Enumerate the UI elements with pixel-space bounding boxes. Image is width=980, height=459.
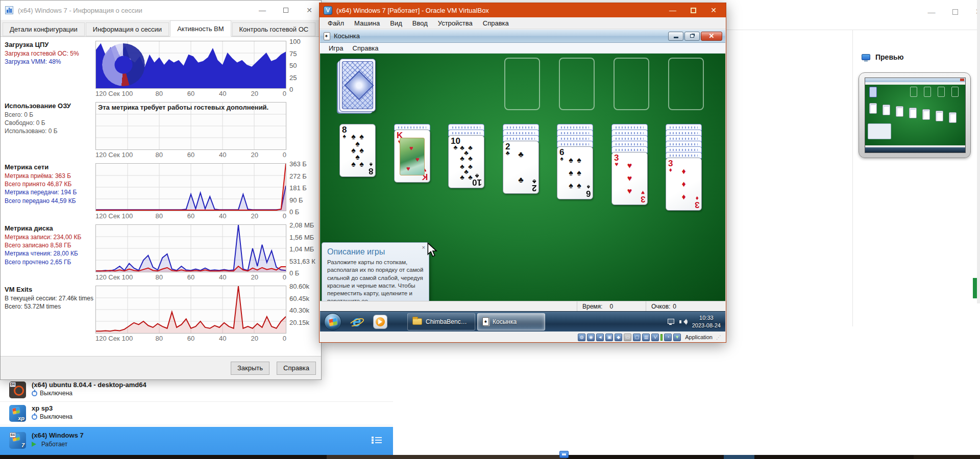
solitaire-menu-Игра[interactable]: Игра	[324, 44, 348, 52]
card-10♣[interactable]: 10♣10♣♣♣♣♣♣♣♣♣♣♣	[448, 135, 484, 188]
manager-maximize-button[interactable]	[947, 4, 963, 19]
host-taskbar-icon[interactable]	[559, 451, 569, 458]
vm-list-item-2[interactable]: xpxp sp3Выключена	[0, 403, 393, 424]
metric-row-cpu: Загрузка ЦПУЗагрузка гостевой ОС: 5%Загр…	[1, 41, 321, 98]
scrollbar-strip[interactable]	[977, 0, 980, 303]
internet-explorer-icon[interactable]: e	[348, 313, 366, 330]
close-dialog-button[interactable]: Закрыть	[231, 362, 270, 375]
chart-box-cpu	[95, 41, 286, 89]
chart-x-axis: 120 Сек100806040200	[95, 211, 286, 220]
keyboard-status-icon[interactable]: ▼	[673, 334, 681, 341]
score-cell: Очков: 0	[646, 301, 725, 311]
vm-menu-Ввод[interactable]: Ввод	[407, 19, 433, 27]
session-minimize-button[interactable]: —	[251, 1, 274, 20]
solitaire-restore-button[interactable]	[684, 32, 700, 41]
volume-tray-icon[interactable]	[679, 319, 688, 325]
card-2♣[interactable]: 2♣2♣♣♣	[503, 141, 539, 194]
vm-menu-Устройства[interactable]: Устройства	[433, 19, 478, 27]
card-6♠[interactable]: 6♠6♠♠♠♠♠♠♠	[557, 146, 593, 199]
vm-minimize-button[interactable]: —	[663, 3, 683, 17]
vm-status: Работает	[32, 441, 67, 448]
foundation-slot-4[interactable]	[668, 58, 704, 110]
card-K♥[interactable]: K♥K♥♥♥♥	[394, 130, 430, 183]
session-titlebar[interactable]: (x64) Windows 7 - Информация о сессии — …	[1, 1, 321, 20]
time-cell: Время: 0	[577, 301, 646, 311]
screen: — ✕ Превью 64(x64) ubuntu 8.04.4 - deskt…	[0, 0, 980, 459]
vm-window-title: (x64) Windows 7 [Работает] - Oracle VM V…	[336, 7, 489, 14]
shared-folders-status-icon[interactable]: ▭	[624, 334, 631, 341]
metric-labels-disk: Метрика дискаМетрика записи: 234,00 КБВс…	[1, 224, 95, 282]
tab-1[interactable]: Детали конфигурации	[3, 22, 85, 36]
stock-pile[interactable]	[339, 59, 376, 112]
mouse-cursor	[427, 242, 438, 258]
help-button[interactable]: Справка	[277, 362, 316, 375]
usb-status-icon[interactable]: ◆	[615, 334, 622, 341]
session-state-status-icon[interactable]: ◔	[664, 334, 672, 341]
vm-list-separator	[0, 401, 393, 402]
virtualization-activity-bar	[660, 334, 663, 341]
tooltip-close-icon[interactable]: ×	[422, 244, 425, 250]
network-status-icon[interactable]: ▣	[605, 334, 613, 341]
vm-list: 64(x64) ubuntu 8.04.4 - desktop-amd64Вык…	[0, 380, 393, 455]
session-window-controls: — ✕	[251, 1, 321, 20]
hdd-status-icon[interactable]: ◍	[578, 334, 585, 341]
vm-name: xp sp3	[32, 404, 53, 412]
chart-box-net	[95, 163, 286, 211]
vm-menu-Машина[interactable]: Машина	[349, 19, 385, 27]
y-tick: 2,08 МБ	[289, 221, 314, 229]
virtualization-status-icon[interactable]: V	[651, 334, 659, 341]
foundation-slot-1[interactable]	[504, 58, 540, 110]
tab-3[interactable]: Активность ВМ	[170, 20, 231, 37]
badge-64: 64	[10, 432, 16, 438]
foundation-slot-2[interactable]	[559, 58, 595, 110]
taskbar-clock[interactable]: 10:33 2023-08-24	[692, 314, 721, 329]
vm-list-item-3[interactable]: 764(x64) Windows 7Работает	[0, 427, 393, 455]
tab-4[interactable]: Контроль гостевой ОС	[232, 22, 316, 36]
solitaire-menu-Справка[interactable]: Справка	[348, 44, 383, 52]
manager-minimize-button[interactable]: —	[924, 4, 939, 19]
taskbar-buttons: ChimbaBench_v2…Косынка	[406, 313, 546, 330]
recording-status-icon[interactable]: ▥	[642, 334, 650, 341]
audio-status-icon[interactable]: ◄	[596, 334, 604, 341]
vm-close-button[interactable]: ✕	[703, 3, 724, 17]
foundation-slot-3[interactable]	[614, 58, 649, 110]
preview-section-header[interactable]: Превью	[862, 53, 904, 61]
solitaire-close-button[interactable]: ✕	[701, 32, 722, 41]
vm-menu-Вид[interactable]: Вид	[385, 19, 407, 27]
start-button[interactable]	[324, 313, 341, 330]
vm-details-icon[interactable]	[372, 436, 382, 445]
vm-menu-Файл[interactable]: Файл	[323, 19, 349, 27]
solitaire-minimize-button[interactable]	[668, 32, 683, 41]
tab-2[interactable]: Информация о сессии	[86, 22, 169, 36]
vm-status-text: Работает	[41, 441, 67, 448]
session-close-button[interactable]: ✕	[298, 1, 321, 20]
taskbar-button-ChimbaBench_v2…[interactable]: ChimbaBench_v2…	[407, 313, 475, 330]
network-tray-icon[interactable]	[668, 319, 675, 325]
chart-overlay-message: Эта метрика требует работы гостевых допо…	[98, 104, 268, 111]
vm-list-separator	[0, 425, 393, 425]
taskbar-button-Косынка[interactable]: Косынка	[477, 313, 545, 330]
vm-titlebar[interactable]: V (x64) Windows 7 [Работает] - Oracle VM…	[320, 3, 726, 17]
vm-maximize-button[interactable]	[683, 3, 703, 17]
preview-card	[869, 103, 877, 114]
card-3♦[interactable]: 3♦3♦♦♦♦	[666, 158, 702, 211]
pip: ♣	[468, 173, 473, 181]
media-player-icon[interactable]	[371, 313, 389, 330]
vm-preview-screen	[865, 78, 966, 153]
display-status-icon[interactable]: ▢	[633, 334, 641, 341]
vm-os-icon-ubuntu: 64	[9, 381, 26, 398]
solitaire-titlebar[interactable]: Косынка ✕	[320, 30, 725, 43]
vm-list-item-1[interactable]: 64(x64) ubuntu 8.04.4 - desktop-amd64Вык…	[0, 380, 393, 400]
card-3♥[interactable]: 3♥3♥♥♥♥	[611, 152, 648, 205]
card-8♠[interactable]: 8♠8♠♠♠♠♠♠♠♠♠	[339, 124, 376, 177]
session-maximize-button[interactable]	[274, 1, 298, 20]
y-tick: 0 Б	[289, 269, 299, 277]
solitaire-app-icon	[324, 32, 330, 40]
x-tick: 120 Сек	[95, 212, 120, 220]
metric-row-exits: VM ExitsВ текущей сессии: 27.46k timesВс…	[1, 286, 321, 343]
x-tick: 120 Сек	[95, 90, 120, 97]
optical-status-icon[interactable]: ◉	[587, 334, 595, 341]
vm-menu-Справка[interactable]: Справка	[478, 19, 514, 27]
chart-y-labels-cpu: 1007550250	[286, 41, 318, 98]
resize-grip[interactable]: ⋰	[716, 335, 722, 340]
